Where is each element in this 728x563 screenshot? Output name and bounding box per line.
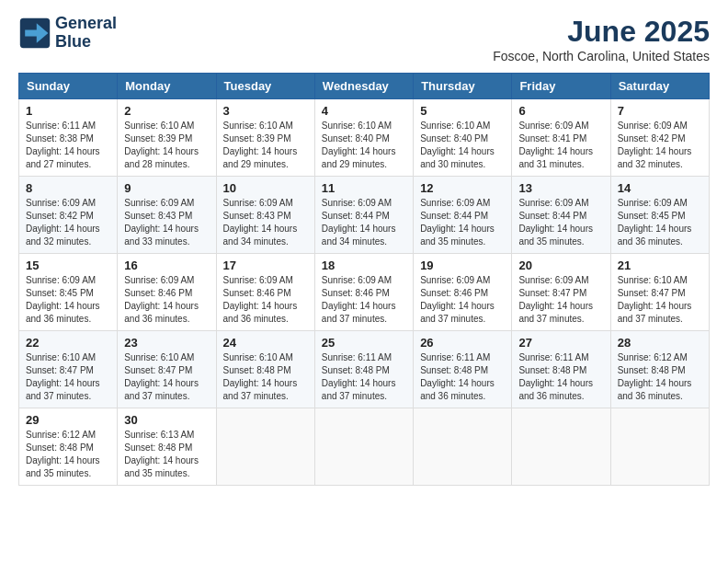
calendar-cell: 1Sunrise: 6:11 AM Sunset: 8:38 PM Daylig… <box>19 99 118 177</box>
calendar-cell: 24Sunrise: 6:10 AM Sunset: 8:48 PM Dayli… <box>216 331 314 408</box>
day-info: Sunrise: 6:09 AM Sunset: 8:44 PM Dayligh… <box>420 197 505 248</box>
day-number: 22 <box>26 336 110 350</box>
calendar-cell <box>512 408 610 486</box>
day-number: 5 <box>420 104 505 118</box>
calendar-cell: 4Sunrise: 6:10 AM Sunset: 8:40 PM Daylig… <box>314 99 413 177</box>
day-info: Sunrise: 6:09 AM Sunset: 8:46 PM Dayligh… <box>420 274 505 326</box>
day-number: 19 <box>420 259 505 272</box>
calendar-cell <box>216 408 314 486</box>
day-info: Sunrise: 6:09 AM Sunset: 8:45 PM Dayligh… <box>26 274 110 326</box>
day-info: Sunrise: 6:10 AM Sunset: 8:40 PM Dayligh… <box>420 120 505 171</box>
day-number: 9 <box>124 181 209 195</box>
day-info: Sunrise: 6:09 AM Sunset: 8:44 PM Dayligh… <box>518 197 603 248</box>
calendar-cell: 17Sunrise: 6:09 AM Sunset: 8:46 PM Dayli… <box>216 254 314 331</box>
page-header: General Blue June 2025 Foscoe, North Car… <box>18 15 710 63</box>
calendar-cell: 23Sunrise: 6:10 AM Sunset: 8:47 PM Dayli… <box>118 331 216 408</box>
calendar-cell: 5Sunrise: 6:10 AM Sunset: 8:40 PM Daylig… <box>414 99 512 177</box>
day-number: 30 <box>124 413 209 427</box>
calendar-week-row: 29Sunrise: 6:12 AM Sunset: 8:48 PM Dayli… <box>19 408 710 486</box>
calendar-week-row: 8Sunrise: 6:09 AM Sunset: 8:42 PM Daylig… <box>19 177 710 254</box>
calendar-cell: 2Sunrise: 6:10 AM Sunset: 8:39 PM Daylig… <box>118 99 216 177</box>
day-info: Sunrise: 6:10 AM Sunset: 8:48 PM Dayligh… <box>223 351 308 403</box>
calendar-cell: 18Sunrise: 6:09 AM Sunset: 8:46 PM Dayli… <box>314 254 413 331</box>
day-info: Sunrise: 6:11 AM Sunset: 8:38 PM Dayligh… <box>26 120 110 171</box>
day-number: 1 <box>26 104 110 118</box>
day-number: 23 <box>124 336 209 350</box>
calendar-table: SundayMondayTuesdayWednesdayThursdayFrid… <box>18 73 710 486</box>
calendar-cell: 7Sunrise: 6:09 AM Sunset: 8:42 PM Daylig… <box>610 99 709 177</box>
calendar-cell: 19Sunrise: 6:09 AM Sunset: 8:46 PM Dayli… <box>414 254 512 331</box>
weekday-header-friday: Friday <box>512 74 610 99</box>
day-number: 26 <box>420 336 505 350</box>
day-number: 27 <box>518 336 603 350</box>
day-number: 29 <box>26 413 110 427</box>
day-number: 28 <box>618 336 702 350</box>
day-number: 21 <box>618 259 702 272</box>
calendar-cell: 20Sunrise: 6:09 AM Sunset: 8:47 PM Dayli… <box>512 254 610 331</box>
weekday-header-tuesday: Tuesday <box>216 74 314 99</box>
day-info: Sunrise: 6:10 AM Sunset: 8:40 PM Dayligh… <box>322 120 406 171</box>
day-number: 18 <box>322 259 406 272</box>
day-info: Sunrise: 6:11 AM Sunset: 8:48 PM Dayligh… <box>322 351 406 403</box>
logo: General Blue <box>18 15 117 52</box>
weekday-header-monday: Monday <box>118 74 216 99</box>
day-info: Sunrise: 6:09 AM Sunset: 8:46 PM Dayligh… <box>223 274 308 326</box>
logo-text: General Blue <box>55 15 117 52</box>
calendar-cell: 29Sunrise: 6:12 AM Sunset: 8:48 PM Dayli… <box>19 408 118 486</box>
day-number: 12 <box>420 181 505 195</box>
calendar-cell <box>414 408 512 486</box>
calendar-cell: 26Sunrise: 6:11 AM Sunset: 8:48 PM Dayli… <box>414 331 512 408</box>
calendar-cell: 14Sunrise: 6:09 AM Sunset: 8:45 PM Dayli… <box>610 177 709 254</box>
month-title: June 2025 <box>493 15 710 49</box>
calendar-week-row: 22Sunrise: 6:10 AM Sunset: 8:47 PM Dayli… <box>19 331 710 408</box>
calendar-cell <box>314 408 413 486</box>
calendar-cell: 21Sunrise: 6:10 AM Sunset: 8:47 PM Dayli… <box>610 254 709 331</box>
logo-icon <box>18 17 51 50</box>
day-info: Sunrise: 6:10 AM Sunset: 8:39 PM Dayligh… <box>223 120 308 171</box>
calendar-cell: 25Sunrise: 6:11 AM Sunset: 8:48 PM Dayli… <box>314 331 413 408</box>
calendar-cell: 27Sunrise: 6:11 AM Sunset: 8:48 PM Dayli… <box>512 331 610 408</box>
weekday-header-thursday: Thursday <box>414 74 512 99</box>
day-number: 15 <box>26 259 110 272</box>
weekday-header-sunday: Sunday <box>19 74 118 99</box>
day-info: Sunrise: 6:09 AM Sunset: 8:46 PM Dayligh… <box>124 274 209 326</box>
calendar-cell: 16Sunrise: 6:09 AM Sunset: 8:46 PM Dayli… <box>118 254 216 331</box>
day-info: Sunrise: 6:09 AM Sunset: 8:44 PM Dayligh… <box>322 197 406 248</box>
calendar-cell: 8Sunrise: 6:09 AM Sunset: 8:42 PM Daylig… <box>19 177 118 254</box>
day-number: 11 <box>322 181 406 195</box>
day-info: Sunrise: 6:10 AM Sunset: 8:47 PM Dayligh… <box>26 351 110 403</box>
calendar-cell: 13Sunrise: 6:09 AM Sunset: 8:44 PM Dayli… <box>512 177 610 254</box>
day-number: 25 <box>322 336 406 350</box>
day-info: Sunrise: 6:11 AM Sunset: 8:48 PM Dayligh… <box>420 351 505 403</box>
day-number: 8 <box>26 181 110 195</box>
day-info: Sunrise: 6:09 AM Sunset: 8:42 PM Dayligh… <box>26 197 110 248</box>
calendar-cell: 10Sunrise: 6:09 AM Sunset: 8:43 PM Dayli… <box>216 177 314 254</box>
day-number: 20 <box>518 259 603 272</box>
calendar-cell: 22Sunrise: 6:10 AM Sunset: 8:47 PM Dayli… <box>19 331 118 408</box>
day-number: 6 <box>518 104 603 118</box>
day-info: Sunrise: 6:09 AM Sunset: 8:43 PM Dayligh… <box>124 197 209 248</box>
calendar-cell: 30Sunrise: 6:13 AM Sunset: 8:48 PM Dayli… <box>118 408 216 486</box>
day-number: 24 <box>223 336 308 350</box>
day-number: 17 <box>223 259 308 272</box>
day-info: Sunrise: 6:09 AM Sunset: 8:47 PM Dayligh… <box>518 274 603 326</box>
weekday-header-row: SundayMondayTuesdayWednesdayThursdayFrid… <box>19 74 710 99</box>
day-info: Sunrise: 6:12 AM Sunset: 8:48 PM Dayligh… <box>618 351 702 403</box>
day-info: Sunrise: 6:10 AM Sunset: 8:47 PM Dayligh… <box>618 274 702 326</box>
day-number: 10 <box>223 181 308 195</box>
day-info: Sunrise: 6:12 AM Sunset: 8:48 PM Dayligh… <box>26 429 110 480</box>
day-info: Sunrise: 6:09 AM Sunset: 8:45 PM Dayligh… <box>618 197 702 248</box>
calendar-cell: 15Sunrise: 6:09 AM Sunset: 8:45 PM Dayli… <box>19 254 118 331</box>
calendar-cell: 9Sunrise: 6:09 AM Sunset: 8:43 PM Daylig… <box>118 177 216 254</box>
day-number: 3 <box>223 104 308 118</box>
day-info: Sunrise: 6:09 AM Sunset: 8:46 PM Dayligh… <box>322 274 406 326</box>
weekday-header-saturday: Saturday <box>610 74 709 99</box>
day-info: Sunrise: 6:09 AM Sunset: 8:43 PM Dayligh… <box>223 197 308 248</box>
calendar-cell: 6Sunrise: 6:09 AM Sunset: 8:41 PM Daylig… <box>512 99 610 177</box>
calendar-cell: 11Sunrise: 6:09 AM Sunset: 8:44 PM Dayli… <box>314 177 413 254</box>
day-info: Sunrise: 6:09 AM Sunset: 8:42 PM Dayligh… <box>618 120 702 171</box>
calendar-cell: 3Sunrise: 6:10 AM Sunset: 8:39 PM Daylig… <box>216 99 314 177</box>
day-info: Sunrise: 6:10 AM Sunset: 8:47 PM Dayligh… <box>124 351 209 403</box>
day-number: 13 <box>518 181 603 195</box>
calendar-week-row: 1Sunrise: 6:11 AM Sunset: 8:38 PM Daylig… <box>19 99 710 177</box>
